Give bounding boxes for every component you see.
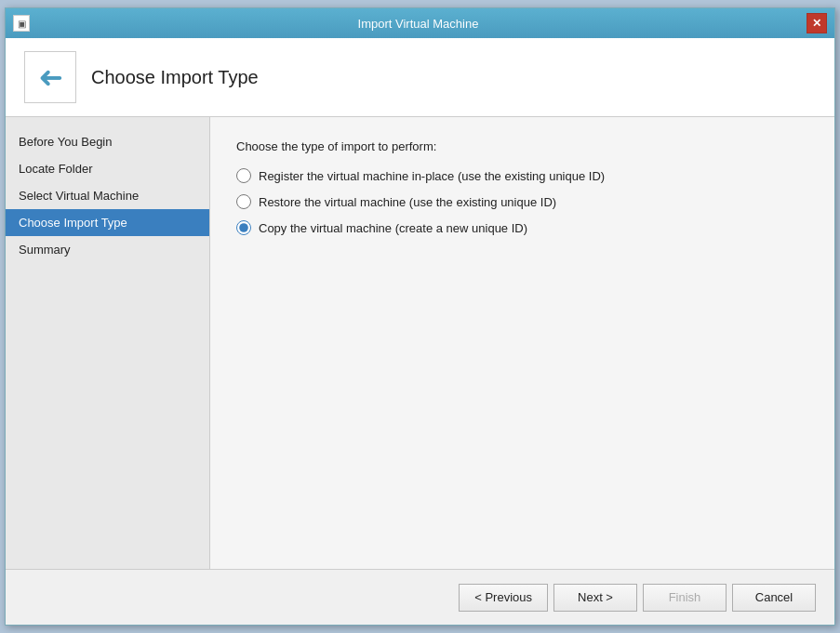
previous-button[interactable]: < Previous <box>459 584 548 612</box>
page-title: Choose Import Type <box>91 67 259 88</box>
import-type-radio-group: Register the virtual machine in-place (u… <box>236 168 808 235</box>
radio-option-copy[interactable]: Copy the virtual machine (create a new u… <box>236 220 808 235</box>
sidebar-item-locate-folder[interactable]: Locate Folder <box>6 155 209 182</box>
window-icon: ▣ <box>13 15 30 32</box>
radio-restore-label: Restore the virtual machine (use the exi… <box>259 195 556 209</box>
content-area: ➜ Choose Import Type Before You Begin Lo… <box>6 38 834 625</box>
import-icon: ➜ <box>38 59 63 95</box>
sidebar-item-before-you-begin[interactable]: Before You Begin <box>6 128 209 155</box>
header-section: ➜ Choose Import Type <box>6 38 834 117</box>
main-content: Choose the type of import to perform: Re… <box>210 117 834 569</box>
next-button[interactable]: Next > <box>553 584 637 612</box>
radio-copy-input[interactable] <box>236 220 251 235</box>
radio-restore-input[interactable] <box>236 194 251 209</box>
radio-option-restore[interactable]: Restore the virtual machine (use the exi… <box>236 194 808 209</box>
main-window: ▣ Import Virtual Machine ✕ ➜ Choose Impo… <box>5 7 835 626</box>
close-button[interactable]: ✕ <box>807 13 827 33</box>
radio-register-input[interactable] <box>236 168 251 183</box>
header-icon-box: ➜ <box>24 51 76 103</box>
title-bar: ▣ Import Virtual Machine ✕ <box>6 8 834 38</box>
finish-button[interactable]: Finish <box>643 584 727 612</box>
sidebar-item-summary[interactable]: Summary <box>6 236 209 263</box>
main-body: Before You Begin Locate Folder Select Vi… <box>6 117 834 569</box>
window-title: Import Virtual Machine <box>30 17 807 31</box>
radio-option-register[interactable]: Register the virtual machine in-place (u… <box>236 168 808 183</box>
footer: < Previous Next > Finish Cancel <box>6 569 834 625</box>
radio-register-label: Register the virtual machine in-place (u… <box>259 169 605 183</box>
section-label: Choose the type of import to perform: <box>236 139 808 153</box>
radio-copy-label: Copy the virtual machine (create a new u… <box>259 221 527 235</box>
cancel-button[interactable]: Cancel <box>732 584 816 612</box>
sidebar-item-select-virtual-machine[interactable]: Select Virtual Machine <box>6 182 209 209</box>
sidebar-item-choose-import-type[interactable]: Choose Import Type <box>6 209 209 236</box>
sidebar: Before You Begin Locate Folder Select Vi… <box>6 117 210 569</box>
